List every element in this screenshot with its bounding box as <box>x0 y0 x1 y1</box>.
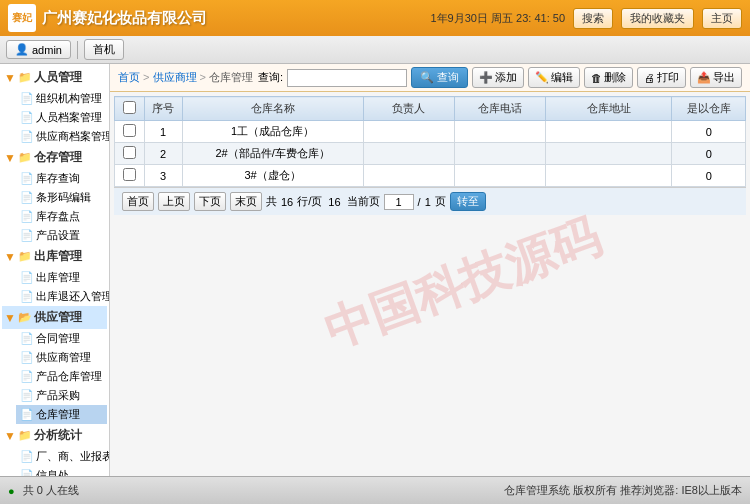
chevron-icon-4: ▼ <box>4 311 16 325</box>
row-num: 1 <box>144 121 182 143</box>
folder-icon-2: 📁 <box>18 151 32 164</box>
last-page-btn[interactable]: 末页 <box>230 192 262 211</box>
row-person <box>363 143 454 165</box>
sidebar-group-personnel[interactable]: ▼ 📁 人员管理 <box>2 66 107 89</box>
chevron-icon-2: ▼ <box>4 151 16 165</box>
sidebar-children-personnel: 📄 组织机构管理 📄 人员档案管理 📄 供应商档案管理 <box>2 89 107 146</box>
group-label-analysis: 分析统计 <box>34 427 82 444</box>
doc-icon-2: 📄 <box>20 111 34 124</box>
doc-icon: 📄 <box>20 92 34 105</box>
sidebar-item-barcode[interactable]: 📄 条形码编辑 <box>16 188 107 207</box>
row-address <box>545 121 672 143</box>
sidebar-group-supply[interactable]: ▼ 📂 供应管理 <box>2 306 107 329</box>
doc-icon-6: 📄 <box>20 210 34 223</box>
total-label: 共 <box>266 194 277 209</box>
status-left: ● 共 0 人在线 <box>8 483 79 498</box>
sidebar-children-analysis: 📄 厂、商、业报表 📄 信息处 📄 工汇表 📄 分应统计 <box>2 447 107 476</box>
logo: 赛妃 广州赛妃化妆品有限公司 <box>8 4 207 32</box>
first-page-btn[interactable]: 首页 <box>122 192 154 211</box>
table-row[interactable]: 2 2#（部品件/车费仓库） 0 <box>115 143 746 165</box>
breadcrumb-parent[interactable]: 供应商理 <box>153 71 197 83</box>
logo-icon: 赛妃 <box>8 4 36 32</box>
admin-label: admin <box>32 44 62 56</box>
rows-per-page: 16 <box>328 196 340 208</box>
page-unit: 页 <box>435 194 446 209</box>
doc-icon-10: 📄 <box>20 332 34 345</box>
sidebar-item-supplier-archive[interactable]: 📄 供应商档案管理 <box>16 127 107 146</box>
prev-page-btn[interactable]: 上页 <box>158 192 190 211</box>
sidebar-item-outbound-return[interactable]: 📄 出库退还入管理 <box>16 287 107 306</box>
sidebar-group-outbound[interactable]: ▼ 📁 出库管理 <box>2 245 107 268</box>
sidebar-children-warehouse: 📄 库存查询 📄 条形码编辑 📄 库存盘点 📄 产品设置 <box>2 169 107 245</box>
row-check[interactable] <box>115 143 145 165</box>
group-label-supply: 供应管理 <box>34 309 82 326</box>
col-header-person: 负责人 <box>363 97 454 121</box>
machine-btn[interactable]: 首机 <box>84 39 124 60</box>
row-checkbox[interactable] <box>123 124 136 137</box>
sidebar-item-product-settings[interactable]: 📄 产品设置 <box>16 226 107 245</box>
sidebar-group-warehouse[interactable]: ▼ 📁 仓存管理 <box>2 146 107 169</box>
folder-icon-4: 📂 <box>18 311 32 324</box>
header: 赛妃 广州赛妃化妆品有限公司 1年9月30日 周五 23: 41: 50 搜索 … <box>0 0 750 36</box>
row-check[interactable] <box>115 165 145 187</box>
sidebar-item-report[interactable]: 📄 厂、商、业报表 <box>16 447 107 466</box>
sidebar-item-contract[interactable]: 📄 合同管理 <box>16 329 107 348</box>
delete-button[interactable]: 🗑 删除 <box>584 67 633 88</box>
print-button[interactable]: 🖨 打印 <box>637 67 686 88</box>
sidebar-item-staff[interactable]: 📄 人员档案管理 <box>16 108 107 127</box>
doc-icon-9: 📄 <box>20 290 34 303</box>
row-person <box>363 165 454 187</box>
home-btn-header[interactable]: 主页 <box>702 8 742 29</box>
goto-page-btn[interactable]: 转至 <box>450 192 486 211</box>
select-all-checkbox[interactable] <box>123 101 136 114</box>
sidebar-item-supplier-mgmt[interactable]: 📄 供应商管理 <box>16 348 107 367</box>
total-count: 16 <box>281 196 293 208</box>
favorites-btn[interactable]: 我的收藏夹 <box>621 8 694 29</box>
toolbar-separator <box>77 41 78 59</box>
row-num: 2 <box>144 143 182 165</box>
sidebar-children-supply: 📄 合同管理 📄 供应商管理 📄 产品仓库管理 📄 产品采购 📄 <box>2 329 107 424</box>
sidebar-item-org[interactable]: 📄 组织机构管理 <box>16 89 107 108</box>
sidebar-item-warehouse-mgmt[interactable]: 📄 仓库管理 <box>16 405 107 424</box>
sidebar-item-stocktake[interactable]: 📄 库存盘点 <box>16 207 107 226</box>
sidebar-tree: ▼ 📁 人员管理 📄 组织机构管理 📄 人员档案管理 📄 供应商档案管理 <box>0 64 109 476</box>
datetime: 1年9月30日 周五 23: 41: 50 <box>430 11 565 26</box>
col-header-check <box>115 97 145 121</box>
row-checkbox[interactable] <box>123 168 136 181</box>
current-page-input[interactable] <box>384 194 414 210</box>
sidebar-item-purchase[interactable]: 📄 产品采购 <box>16 386 107 405</box>
page-sep: / <box>418 196 421 208</box>
doc-icon-13: 📄 <box>20 389 34 402</box>
doc-icon-11: 📄 <box>20 351 34 364</box>
row-virtual: 0 <box>672 121 746 143</box>
chevron-icon-3: ▼ <box>4 250 16 264</box>
doc-icon-3: 📄 <box>20 130 34 143</box>
chevron-icon-5: ▼ <box>4 429 16 443</box>
row-name: 1工（成品仓库） <box>182 121 363 143</box>
group-label-warehouse: 仓存管理 <box>34 149 82 166</box>
admin-btn[interactable]: 👤 admin <box>6 40 71 59</box>
query-button[interactable]: 🔍 查询 <box>411 67 468 88</box>
sidebar-item-inventory[interactable]: 📄 库存查询 <box>16 169 107 188</box>
edit-button[interactable]: ✏️ 编辑 <box>528 67 580 88</box>
sidebar-item-product-warehouse-mgmt[interactable]: 📄 产品仓库管理 <box>16 367 107 386</box>
sidebar-item-outbound-mgmt[interactable]: 📄 出库管理 <box>16 268 107 287</box>
add-button[interactable]: ➕ 添加 <box>472 67 524 88</box>
sidebar-children-outbound: 📄 出库管理 📄 出库退还入管理 <box>2 268 107 306</box>
breadcrumb-home[interactable]: 首页 <box>118 71 140 83</box>
table-row[interactable]: 1 1工（成品仓库） 0 <box>115 121 746 143</box>
table-row[interactable]: 3 3#（虚仓） 0 <box>115 165 746 187</box>
sidebar-group-analysis[interactable]: ▼ 📁 分析统计 <box>2 424 107 447</box>
toolbar: 👤 admin 首机 <box>0 36 750 64</box>
search-controls: 查询: 🔍 查询 ➕ 添加 ✏️ 编辑 🗑 删除 <box>257 67 742 88</box>
search-btn-header[interactable]: 搜索 <box>573 8 613 29</box>
doc-icon-4: 📄 <box>20 172 34 185</box>
search-input[interactable] <box>287 69 407 87</box>
row-checkbox[interactable] <box>123 146 136 159</box>
export-button[interactable]: 📤 导出 <box>690 67 742 88</box>
folder-icon-3: 📁 <box>18 250 32 263</box>
next-page-btn[interactable]: 下页 <box>194 192 226 211</box>
sidebar-item-info[interactable]: 📄 信息处 <box>16 466 107 476</box>
row-name: 2#（部品件/车费仓库） <box>182 143 363 165</box>
row-check[interactable] <box>115 121 145 143</box>
